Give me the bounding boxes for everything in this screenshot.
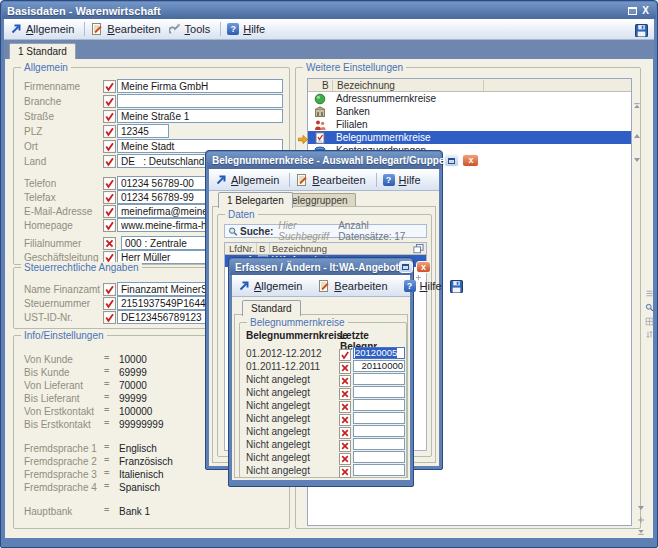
- save-button[interactable]: [635, 23, 648, 36]
- scroll-top-icon[interactable]: [633, 96, 641, 104]
- status-check-icon[interactable]: [103, 94, 116, 107]
- status-x-icon[interactable]: [339, 399, 351, 411]
- menu-label-hilfe: Hilfe: [399, 174, 421, 186]
- info-value-fremdsprache-4: Spanisch: [119, 482, 160, 493]
- add-icon[interactable]: [637, 510, 645, 518]
- status-check-icon[interactable]: [103, 109, 116, 122]
- dialog1-tab-belegarten[interactable]: 1 Belegarten: [218, 192, 293, 208]
- field-label-ort: Ort: [24, 141, 38, 152]
- status-x-icon[interactable]: [339, 373, 351, 385]
- document-icon: [314, 132, 326, 144]
- column-bezeichnung: Bezeichnung: [337, 80, 395, 91]
- grid-icon[interactable]: [645, 312, 654, 321]
- status-check-icon[interactable]: [103, 79, 116, 92]
- magnifier-icon[interactable]: [645, 298, 654, 307]
- letzte-belegnr-input[interactable]: [353, 412, 405, 424]
- status-x-icon[interactable]: [339, 412, 351, 424]
- tree-item-belegnummernkreise[interactable]: Belegnummernkreise: [308, 131, 631, 144]
- status-x-icon[interactable]: [339, 464, 351, 476]
- nummernkreis-label: Nicht angelegt: [246, 413, 310, 424]
- tree-item-label: Adressnummernkreise: [336, 93, 436, 104]
- status-x-icon[interactable]: [339, 425, 351, 437]
- menu-item-allgemein[interactable]: Allgemein: [215, 174, 279, 186]
- status-x-icon[interactable]: [339, 360, 351, 372]
- status-check-icon[interactable]: [103, 296, 116, 309]
- menu-item-bearbeiten[interactable]: Bearbeiten: [296, 174, 365, 186]
- dialog2-close-button[interactable]: x: [416, 261, 431, 273]
- letzte-belegnr-input[interactable]: [353, 386, 405, 398]
- status-check-icon[interactable]: [103, 154, 116, 167]
- status-check-icon[interactable]: [103, 139, 116, 152]
- status-check-icon[interactable]: [103, 124, 116, 137]
- field-row-firmenname: Firmenname: [14, 79, 289, 93]
- dialog2-titlebar: Erfassen / Ändern - lt:WA-Angebot x: [230, 259, 412, 275]
- search-input[interactable]: Hier Suchbegriff: [278, 220, 338, 242]
- menu-item-bearbeiten[interactable]: Bearbeiten: [318, 280, 387, 292]
- field-label-e-mail-adresse: E-Mail-Adresse: [24, 206, 92, 217]
- menu-item-hilfe[interactable]: ?Hilfe: [227, 23, 265, 35]
- search-bar: Suche: Hier Suchbegriff Anzahl Datensätz…: [224, 224, 427, 238]
- field-input-firmenname[interactable]: [117, 79, 283, 93]
- letzte-belegnr-input[interactable]: [353, 464, 405, 476]
- status-x-icon[interactable]: [103, 236, 116, 249]
- edit-doc-icon: [318, 280, 330, 292]
- menu-item-bearbeiten[interactable]: Bearbeiten: [91, 23, 160, 35]
- field-input-branche[interactable]: [117, 94, 283, 108]
- status-x-icon[interactable]: [339, 451, 351, 463]
- tab-1-standard[interactable]: 1 Standard: [9, 43, 76, 59]
- letzte-belegnr-input[interactable]: [353, 399, 405, 411]
- field-row-branche: Branche: [14, 94, 289, 108]
- field-label-steuernummer: Steuernummer: [24, 298, 90, 309]
- menu-item-hilfe[interactable]: ?Hilfe: [404, 280, 442, 292]
- sort-icon[interactable]: [645, 325, 654, 334]
- menu-item-allgemein[interactable]: Allgemein: [10, 23, 74, 35]
- menu-item-tools[interactable]: Tools: [169, 23, 211, 35]
- scroll-bottom-icon[interactable]: [637, 522, 645, 530]
- field-row-stra-e: Straße: [14, 109, 289, 123]
- scroll-up-icon[interactable]: [633, 126, 641, 134]
- save-button[interactable]: [450, 279, 463, 292]
- equals-icon: =: [104, 468, 108, 478]
- menu-label-allgemein: Allgemein: [26, 23, 74, 35]
- letzte-belegnr-input[interactable]: 20120005: [353, 347, 405, 359]
- letzte-belegnr-input[interactable]: [353, 373, 405, 385]
- status-check-icon[interactable]: [103, 218, 116, 231]
- group-daten-label: Daten: [225, 209, 258, 220]
- menu-lines-icon[interactable]: [645, 284, 654, 293]
- nummernkreis-row-6: Nicht angelegt: [240, 425, 406, 438]
- status-check-icon[interactable]: [103, 190, 116, 203]
- status-check-icon[interactable]: [103, 176, 116, 189]
- tree-item-adressnummernkreise[interactable]: Adressnummernkreise: [308, 92, 631, 105]
- field-input-plz[interactable]: [117, 124, 169, 138]
- close-button[interactable]: X: [640, 5, 651, 16]
- scroll-down-icon[interactable]: [633, 150, 641, 158]
- status-check-icon[interactable]: [103, 204, 116, 217]
- dialog1-restore-icon[interactable]: [444, 154, 459, 167]
- field-input-stra-e[interactable]: [117, 109, 283, 123]
- column-config-icon[interactable]: [413, 244, 424, 254]
- status-x-icon[interactable]: [339, 438, 351, 450]
- status-check-icon[interactable]: [339, 347, 351, 359]
- arrow-ne-icon: [10, 23, 22, 35]
- letzte-belegnr-input[interactable]: [353, 425, 405, 437]
- letzte-belegnr-input[interactable]: 20110000: [353, 360, 405, 372]
- status-check-icon[interactable]: [103, 310, 116, 323]
- restore-icon[interactable]: [628, 7, 637, 15]
- letzte-belegnr-input[interactable]: [353, 451, 405, 463]
- menu-item-hilfe[interactable]: ?Hilfe: [383, 174, 421, 186]
- dialog2-tab-standard[interactable]: Standard: [242, 300, 301, 316]
- status-x-icon[interactable]: [339, 386, 351, 398]
- equals-icon: =: [104, 379, 108, 389]
- dialog2-restore-icon[interactable]: [399, 261, 413, 273]
- main-toolbar: AllgemeinBearbeitenTools?Hilfe: [4, 19, 654, 40]
- equals-icon: =: [104, 366, 108, 376]
- tree-item-filialen[interactable]: Filialen: [308, 118, 631, 131]
- letzte-belegnr-input[interactable]: [353, 438, 405, 450]
- field-label-ust-id-nr: UST-ID-Nr.: [24, 312, 73, 323]
- scroll-down-icon[interactable]: [637, 498, 645, 506]
- status-check-icon[interactable]: [103, 282, 116, 295]
- nummernkreis-row-5: Nicht angelegt: [240, 412, 406, 425]
- dialog1-close-button[interactable]: x: [462, 154, 479, 167]
- menu-item-allgemein[interactable]: Allgemein: [238, 280, 302, 292]
- tree-item-banken[interactable]: Banken: [308, 105, 631, 118]
